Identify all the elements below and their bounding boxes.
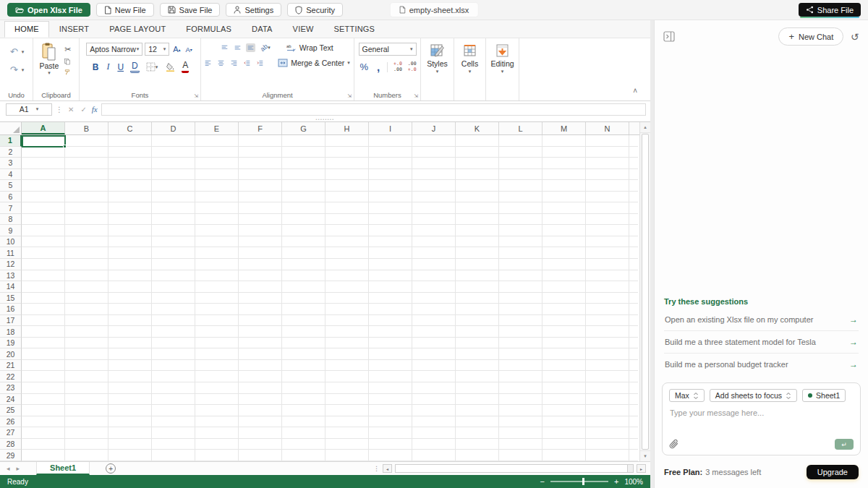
cell-K11[interactable] [456, 247, 499, 259]
cell-J12[interactable] [412, 259, 456, 270]
cell-D6[interactable] [152, 192, 195, 203]
cell-B8[interactable] [65, 214, 109, 226]
cell-C23[interactable] [109, 382, 152, 394]
cell-C25[interactable] [109, 405, 152, 416]
cell-M8[interactable] [542, 214, 586, 226]
cell-A18[interactable] [22, 326, 65, 338]
cell-K14[interactable] [456, 281, 499, 293]
cell-J16[interactable] [412, 304, 456, 315]
cell-A10[interactable] [22, 236, 65, 248]
cell-C7[interactable] [109, 202, 152, 214]
cell-D19[interactable] [152, 338, 195, 349]
cell-H7[interactable] [326, 202, 369, 214]
cell-H17[interactable] [326, 315, 369, 327]
row-header-19[interactable]: 19 [0, 338, 22, 349]
hscroll-resize-handle[interactable]: ⋮ [373, 465, 380, 472]
align-left-icon[interactable] [203, 59, 213, 67]
cell-G15[interactable] [282, 293, 326, 304]
cell-J15[interactable] [412, 293, 456, 304]
cell-F23[interactable] [239, 382, 282, 394]
cell-N18[interactable] [586, 326, 629, 338]
cell-H16[interactable] [326, 304, 369, 315]
cell-H10[interactable] [326, 236, 369, 248]
cell-partial-12[interactable] [629, 259, 638, 270]
cell-K17[interactable] [456, 315, 499, 327]
cell-K13[interactable] [456, 270, 499, 282]
cell-partial-21[interactable] [629, 360, 638, 372]
row-header-24[interactable]: 24 [0, 394, 22, 406]
cell-A19[interactable] [22, 338, 65, 349]
cell-J26[interactable] [412, 416, 456, 428]
cell-C26[interactable] [109, 416, 152, 428]
zoom-out-button[interactable]: − [540, 477, 545, 486]
cell-J22[interactable] [412, 371, 456, 382]
vertical-scroll-thumb[interactable] [642, 134, 649, 450]
cell-D4[interactable] [152, 169, 195, 181]
column-header-partial[interactable] [629, 122, 638, 134]
cell-J20[interactable] [412, 348, 456, 360]
cell-B15[interactable] [65, 293, 109, 304]
cell-C8[interactable] [109, 214, 152, 226]
copy-icon[interactable] [63, 57, 72, 66]
cell-B3[interactable] [65, 158, 109, 169]
cell-G16[interactable] [282, 304, 326, 315]
percent-style-button[interactable]: % [358, 61, 370, 73]
cell-H24[interactable] [326, 394, 369, 406]
column-header-I[interactable]: I [369, 122, 412, 134]
cell-F2[interactable] [239, 147, 282, 158]
cell-A23[interactable] [22, 382, 65, 394]
cell-M15[interactable] [542, 293, 586, 304]
cell-F15[interactable] [239, 293, 282, 304]
row-header-5[interactable]: 5 [0, 180, 22, 192]
row-header-7[interactable]: 7 [0, 202, 22, 214]
cell-B18[interactable] [65, 326, 109, 338]
cell-B22[interactable] [65, 371, 109, 382]
fill-color-button[interactable] [164, 61, 176, 72]
cell-partial-11[interactable] [629, 247, 638, 259]
cell-M16[interactable] [542, 304, 586, 315]
cell-A11[interactable] [22, 247, 65, 259]
cell-M14[interactable] [542, 281, 586, 293]
cell-C27[interactable] [109, 427, 152, 439]
cell-E22[interactable] [195, 371, 239, 382]
cell-F13[interactable] [239, 270, 282, 282]
row-header-20[interactable]: 20 [0, 348, 22, 360]
cell-E4[interactable] [195, 169, 239, 181]
scroll-right-icon[interactable]: ▸ [637, 464, 646, 473]
cell-F27[interactable] [239, 427, 282, 439]
cell-D5[interactable] [152, 180, 195, 192]
cell-B20[interactable] [65, 348, 109, 360]
cell-E27[interactable] [195, 427, 239, 439]
file-tab[interactable]: empty-sheet.xlsx [390, 2, 479, 17]
cell-A15[interactable] [22, 293, 65, 304]
cell-K20[interactable] [456, 348, 499, 360]
cell-G9[interactable] [282, 225, 326, 236]
cell-B24[interactable] [65, 394, 109, 406]
row-header-22[interactable]: 22 [0, 371, 22, 382]
cell-K16[interactable] [456, 304, 499, 315]
suggestion-item-2[interactable]: Build me a three statement model for Tes… [664, 330, 859, 353]
cell-H9[interactable] [326, 225, 369, 236]
cell-E26[interactable] [195, 416, 239, 428]
focused-sheet-chip[interactable]: Sheet1 [802, 389, 846, 402]
orientation-button[interactable]: ab▾ [259, 43, 272, 52]
cell-G1[interactable] [282, 135, 326, 147]
cell-G14[interactable] [282, 281, 326, 293]
format-painter-icon[interactable] [63, 68, 72, 77]
cell-B2[interactable] [65, 147, 109, 158]
cell-I15[interactable] [369, 293, 412, 304]
cell-G29[interactable] [282, 450, 326, 461]
cell-J1[interactable] [412, 135, 456, 147]
cell-F9[interactable] [239, 225, 282, 236]
cell-E14[interactable] [195, 281, 239, 293]
row-header-25[interactable]: 25 [0, 405, 22, 416]
cell-F5[interactable] [239, 180, 282, 192]
cell-partial-15[interactable] [629, 293, 638, 304]
cell-E18[interactable] [195, 326, 239, 338]
column-header-L[interactable]: L [499, 122, 542, 134]
cell-C24[interactable] [109, 394, 152, 406]
cell-H29[interactable] [326, 450, 369, 461]
cell-partial-19[interactable] [629, 338, 638, 349]
cell-M19[interactable] [542, 338, 586, 349]
cell-D27[interactable] [152, 427, 195, 439]
